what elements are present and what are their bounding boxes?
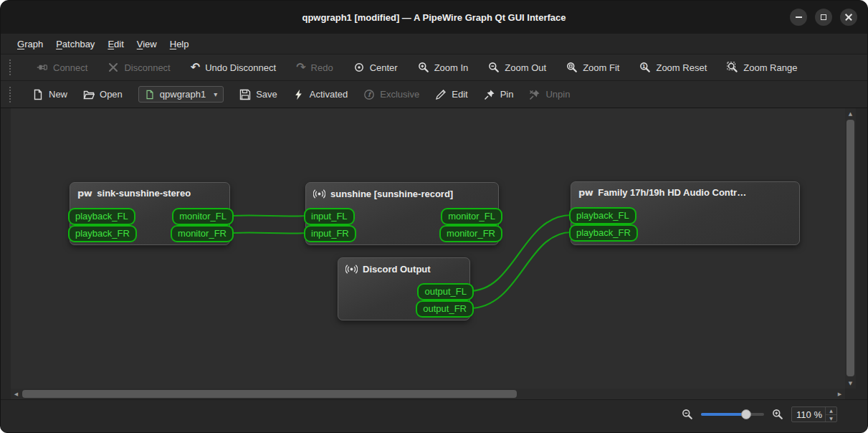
port-input-fl[interactable]: input_FL [304, 208, 355, 225]
connection-wires [11, 108, 845, 389]
wire-monitor-fl-to-input-fl[interactable] [232, 215, 306, 216]
zoom-fit-button[interactable]: Zoom Fit [566, 62, 619, 73]
zoom-value: 110 % [792, 409, 825, 420]
zoom-in-button[interactable]: Zoom In [418, 62, 469, 73]
zoom-reset-icon: 1 [639, 62, 651, 73]
zoom-slider[interactable] [701, 409, 764, 420]
scroll-right-button[interactable]: ▶ [834, 389, 845, 399]
disconnect-icon [108, 62, 119, 73]
zoom-spinbox[interactable]: 110 % ▲ ▼ [791, 406, 837, 422]
port-output-fr[interactable]: output_FR [416, 300, 474, 318]
exclusive-icon: f [363, 89, 375, 100]
spin-down-button[interactable]: ▼ [826, 415, 836, 422]
lightning-bolt-icon [293, 89, 305, 100]
spin-up-button[interactable]: ▲ [826, 407, 836, 415]
port-output-fl[interactable]: output_FL [417, 283, 474, 300]
zoom-in-icon[interactable] [772, 409, 783, 420]
menubar: Graph Patchbay Edit View Help [1, 34, 867, 54]
port-playback-fl-input[interactable]: playback_FL [569, 207, 636, 224]
zoom-out-button[interactable]: Zoom Out [488, 62, 546, 73]
node-family-hd-audio[interactable]: pw Family 17h/19h HD Audio Contr… playba… [571, 181, 800, 245]
disconnect-button[interactable]: Disconnect [108, 62, 170, 73]
minimize-icon [796, 16, 802, 18]
zoom-controls: 110 % ▲ ▼ [682, 406, 837, 423]
undo-disconnect-button[interactable]: ↶ Undo Disconnect [191, 62, 276, 73]
pin-button[interactable]: Pin [484, 89, 514, 100]
node-title: sunshine [sunshine-record] [330, 189, 453, 199]
node-header: pw Family 17h/19h HD Audio Contr… [571, 182, 799, 201]
patchbay-toolbar: New Open qpwgraph1 ▾ Save Activated f Ex… [1, 81, 867, 108]
preset-combobox[interactable]: qpwgraph1 ▾ [138, 86, 224, 103]
minimize-button[interactable] [790, 9, 807, 26]
menu-patchbay[interactable]: Patchbay [49, 36, 101, 52]
horizontal-scrollbar[interactable]: ◀ ▶ [11, 389, 845, 399]
qpwgraph-window: qpwgraph1 [modified] — A PipeWire Graph … [0, 0, 868, 433]
preset-name: qpwgraph1 [160, 89, 206, 100]
activated-toggle[interactable]: Activated [293, 89, 348, 100]
scroll-left-button[interactable]: ◀ [11, 389, 22, 399]
connect-button[interactable]: Connect [37, 62, 87, 73]
statusbar: 110 % ▲ ▼ [1, 399, 867, 433]
audio-node-icon [313, 188, 325, 200]
new-file-icon [32, 89, 44, 100]
node-title: Discord Output [363, 264, 431, 275]
edit-button[interactable]: Edit [435, 89, 467, 100]
chevron-down-icon: ▾ [214, 90, 217, 98]
audio-node-icon [345, 263, 358, 275]
wire-monitor-fr-to-input-fr[interactable] [232, 232, 306, 233]
save-icon [239, 89, 251, 100]
window-controls [790, 9, 857, 26]
connect-icon [37, 62, 48, 73]
node-title: Family 17h/19h HD Audio Contr… [598, 187, 746, 198]
node-header: pw sink-sunshine-stereo [70, 183, 229, 202]
exclusive-toggle[interactable]: f Exclusive [363, 89, 419, 100]
zoom-range-button[interactable]: Zoom Range [727, 62, 797, 73]
port-playback-fl-input[interactable]: playback_FL [68, 208, 135, 225]
node-title: sink-sunshine-stereo [97, 188, 191, 199]
save-button[interactable]: Save [239, 89, 277, 100]
menu-graph[interactable]: Graph [11, 36, 49, 52]
vertical-scrollbar[interactable]: ▲ ▼ [845, 108, 856, 389]
redo-button[interactable]: ↷ Redo [296, 62, 333, 73]
zoom-in-icon [418, 62, 429, 73]
port-monitor-fr-output[interactable]: monitor_FR [171, 225, 234, 242]
unpin-button[interactable]: Unpin [529, 89, 570, 100]
titlebar[interactable]: qpwgraph1 [modified] — A PipeWire Graph … [1, 1, 867, 34]
zoom-slider-handle[interactable] [741, 409, 751, 419]
close-button[interactable] [840, 9, 857, 26]
menu-edit[interactable]: Edit [101, 36, 130, 52]
zoom-fit-icon [566, 62, 578, 73]
toolbar-handle[interactable] [9, 87, 11, 103]
scroll-up-button[interactable]: ▲ [845, 108, 856, 119]
zoom-reset-button[interactable]: 1 Zoom Reset [639, 62, 707, 73]
port-playback-fr-input[interactable]: playback_FR [68, 225, 137, 242]
pipewire-icon: pw [578, 187, 593, 198]
zoom-out-icon[interactable] [682, 409, 693, 420]
node-header: sunshine [sunshine-record] [306, 183, 498, 204]
toolbar-handle[interactable] [9, 60, 11, 75]
pencil-icon [435, 89, 447, 100]
pin-icon [484, 89, 495, 100]
menu-help[interactable]: Help [163, 36, 196, 52]
horizontal-scrollbar-thumb[interactable] [22, 390, 517, 398]
node-sink-sunshine-stereo[interactable]: pw sink-sunshine-stereo playback_FL play… [70, 182, 230, 245]
node-sunshine-record[interactable]: sunshine [sunshine-record] input_FL inpu… [305, 182, 499, 245]
menu-view[interactable]: View [130, 36, 163, 52]
new-button[interactable]: New [32, 89, 67, 100]
port-monitor-fl-output[interactable]: monitor_FL [172, 208, 234, 225]
node-discord-output[interactable]: Discord Output output_FL output_FR [338, 257, 470, 320]
port-playback-fr-input[interactable]: playback_FR [569, 224, 638, 242]
port-monitor-fr-output[interactable]: monitor_FR [439, 225, 502, 242]
center-button[interactable]: Center [353, 62, 398, 73]
node-header: Discord Output [338, 258, 469, 279]
open-button[interactable]: Open [83, 89, 123, 100]
unpin-icon [529, 89, 540, 100]
scroll-down-button[interactable]: ▼ [845, 378, 856, 389]
port-input-fr[interactable]: input_FR [304, 225, 356, 242]
vertical-scrollbar-thumb[interactable] [846, 120, 854, 376]
redo-icon: ↷ [296, 62, 305, 73]
port-monitor-fl-output[interactable]: monitor_FL [441, 208, 502, 225]
graph-canvas[interactable]: pw sink-sunshine-stereo playback_FL play… [11, 108, 845, 389]
spin-buttons: ▲ ▼ [825, 407, 836, 422]
maximize-button[interactable] [815, 9, 832, 26]
